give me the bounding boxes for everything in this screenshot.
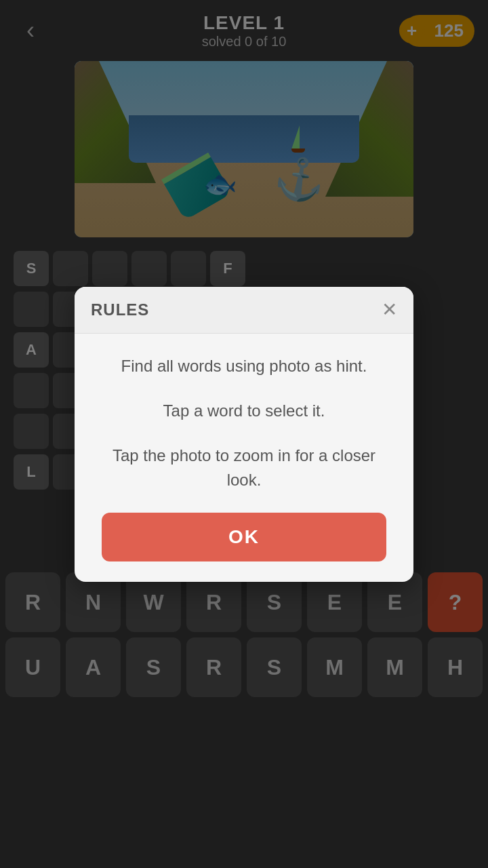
rules-modal: RULES ✕ Find all words using photo as hi… xyxy=(75,287,413,582)
modal-header: RULES ✕ xyxy=(75,287,413,334)
modal-close-button[interactable]: ✕ xyxy=(382,300,397,319)
modal-body: Find all words using photo as hint. Tap … xyxy=(75,334,413,582)
modal-text-1: Find all words using photo as hint. xyxy=(102,354,386,378)
modal-title: RULES xyxy=(91,300,149,319)
modal-text-3: Tap the photo to zoom in for a closer lo… xyxy=(102,443,386,492)
modal-overlay[interactable]: RULES ✕ Find all words using photo as hi… xyxy=(0,0,488,868)
modal-ok-button[interactable]: OK xyxy=(102,513,386,561)
modal-text-2: Tap a word to select it. xyxy=(102,399,386,423)
modal-ok-label: OK xyxy=(228,526,260,548)
